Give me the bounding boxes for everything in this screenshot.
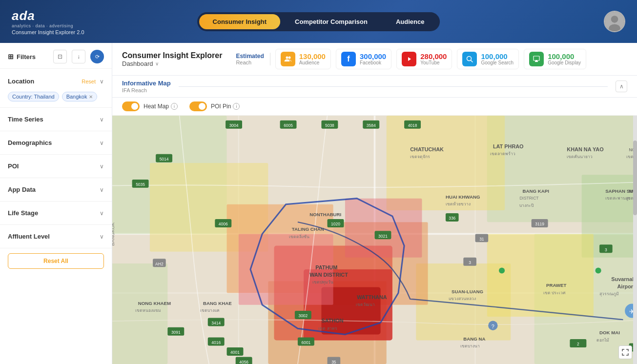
app-data-section: App Data ∨ [0, 178, 112, 202]
svg-rect-8 [535, 61, 538, 62]
estimated-sublabel: Reach [236, 60, 251, 65]
svg-text:เขตคันนายาว: เขตคันนายาว [567, 154, 593, 159]
settings-icon[interactable]: ⟳ [90, 50, 104, 63]
poi-header[interactable]: POI ∨ [8, 158, 104, 175]
svg-text:KHAN NA YAO: KHAN NA YAO [567, 146, 604, 152]
svg-text:1020: 1020 [331, 222, 340, 226]
estimated-label: Estimated [236, 53, 264, 60]
svg-text:PATHUM: PATHUM [315, 264, 337, 270]
tag-label: Country: Thailand [12, 94, 55, 100]
heat-map-toggle[interactable] [122, 101, 140, 111]
filters-label: ⊞ Filters [8, 53, 36, 61]
dashboard-title-sub[interactable]: Dashboard ∨ [122, 60, 222, 67]
tag-country-thailand: Country: Thailand [8, 92, 59, 101]
location-reset[interactable]: Reset [82, 79, 96, 84]
time-series-header[interactable]: Time Series ∨ [8, 111, 104, 128]
youtube-label: YouTube [420, 60, 447, 66]
content-area: Consumer Insight Explorer Dashboard ∨ Es… [112, 43, 637, 364]
map-scrollbar[interactable] [633, 116, 637, 364]
svg-text:4016: 4016 [211, 340, 221, 345]
svg-text:3414: 3414 [211, 321, 221, 325]
svg-rect-24 [416, 263, 511, 341]
svg-text:TALING CHAN: TALING CHAN [292, 226, 324, 232]
map-scrollbar-thumb [633, 141, 637, 215]
heat-map-label: Heat Map i [144, 103, 178, 110]
logo-text: ada [12, 8, 84, 23]
map-container[interactable]: CHATUCHAK เขตจตุจักร LAT PHRAO เขตลาดพร้… [112, 116, 637, 364]
location-header[interactable]: Location Reset ∨ [8, 75, 104, 88]
svg-text:PRAWET: PRAWET [546, 283, 567, 288]
svg-text:WAN DISTRICT: WAN DISTRICT [309, 272, 348, 278]
tab-consumer-insight[interactable]: Consumer Insight [199, 14, 281, 29]
life-stage-chevron: ∨ [100, 210, 104, 217]
svg-text:4006: 4006 [219, 222, 228, 226]
time-series-section: Time Series ∨ [0, 108, 112, 131]
svg-text:4001: 4001 [230, 350, 240, 355]
svg-text:31: 31 [479, 237, 484, 242]
map-visual: CHATUCHAK เขตจตุจักร LAT PHRAO เขตลาดพร้… [112, 116, 637, 364]
metric-audience: 130,000 Audience [275, 49, 331, 69]
export-icon-1[interactable]: ⊡ [53, 50, 67, 63]
poi-chevron: ∨ [100, 163, 104, 170]
google-display-icon [529, 52, 544, 66]
export-icon-2[interactable]: ↓ [72, 50, 85, 63]
google-search-label: Google Search [481, 60, 514, 66]
tag-close-icon[interactable]: ✕ [89, 94, 93, 100]
svg-text:3584: 3584 [367, 123, 376, 128]
reset-all-button[interactable]: Reset All [8, 253, 104, 269]
demographics-chevron: ∨ [100, 140, 104, 146]
svg-text:เขตลาดพร้าว: เขตลาดพร้าว [490, 151, 515, 156]
metric-youtube: 280,000 YouTube [396, 49, 452, 69]
top-navigation: ada analytics · data · advertising Consu… [0, 0, 637, 43]
tab-competitor-comparison[interactable]: Competitor Comparison [281, 14, 381, 29]
map-expand-button[interactable] [618, 345, 632, 359]
heat-map-info-icon[interactable]: i [171, 103, 178, 110]
svg-text:3: 3 [469, 260, 471, 265]
svg-text:เขตปทุมวัน: เขตปทุมวัน [312, 280, 333, 285]
content-header: Consumer Insight Explorer Dashboard ∨ Es… [112, 43, 637, 76]
svg-rect-7 [534, 56, 539, 61]
svg-text:AH2: AH2 [155, 262, 164, 266]
poi-section: POI ∨ [0, 155, 112, 178]
svg-rect-9 [535, 60, 537, 61]
title-chevron-icon: ∨ [155, 61, 159, 66]
app-data-header[interactable]: App Data ∨ [8, 181, 104, 198]
svg-text:BANGKOK: BANGKOK [112, 222, 115, 245]
svg-text:3: 3 [605, 247, 607, 252]
map-title: Informative Map [122, 80, 171, 87]
svg-text:เขตวัฒนา: เขตวัฒนา [356, 302, 375, 307]
avatar[interactable] [604, 11, 625, 32]
svg-text:เขตบางแค: เขตบางแค [200, 308, 220, 313]
svg-text:4018: 4018 [408, 123, 417, 128]
google-search-icon [462, 52, 477, 66]
svg-point-3 [286, 57, 288, 59]
demographics-header[interactable]: Demographics ∨ [8, 134, 104, 151]
nav-tabs: Consumer Insight Competitor Comparison A… [197, 12, 440, 31]
svg-text:เขตจตุจักร: เขตจตุจักร [410, 154, 430, 160]
affluent-level-header[interactable]: Affluent Level ∨ [8, 228, 104, 245]
svg-text:NONTHABURI: NONTHABURI [309, 212, 341, 217]
svg-text:LAT PHRAO: LAT PHRAO [493, 143, 524, 149]
svg-text:35: 35 [331, 360, 336, 364]
svg-text:3119: 3119 [535, 222, 544, 226]
svg-text:WATTHANA: WATTHANA [357, 294, 387, 300]
collapse-button[interactable]: ∧ [616, 81, 627, 92]
app-data-title: App Data [8, 186, 36, 193]
google-search-info: 100,000 Google Search [481, 53, 514, 66]
svg-text:3004: 3004 [229, 123, 239, 128]
time-series-title: Time Series [8, 116, 43, 123]
svg-text:336: 336 [449, 216, 455, 221]
google-display-info: 100,000 Google Display [548, 53, 581, 66]
youtube-icon [402, 52, 416, 66]
affluent-level-section: Affluent Level ∨ [0, 225, 112, 248]
youtube-info: 280,000 YouTube [420, 53, 447, 66]
poi-pin-info-icon[interactable]: i [233, 103, 240, 110]
svg-text:เขต ประเวศ: เขต ประเวศ [543, 290, 566, 295]
svg-point-1 [611, 16, 618, 23]
facebook-number: 300,000 [360, 53, 386, 60]
google-search-number: 100,000 [481, 53, 514, 60]
poi-pin-toggle[interactable] [189, 101, 207, 111]
life-stage-header[interactable]: Life Stage ∨ [8, 204, 104, 222]
svg-text:NONG KHAEM: NONG KHAEM [138, 301, 171, 306]
tab-audience[interactable]: Audience [382, 14, 438, 29]
